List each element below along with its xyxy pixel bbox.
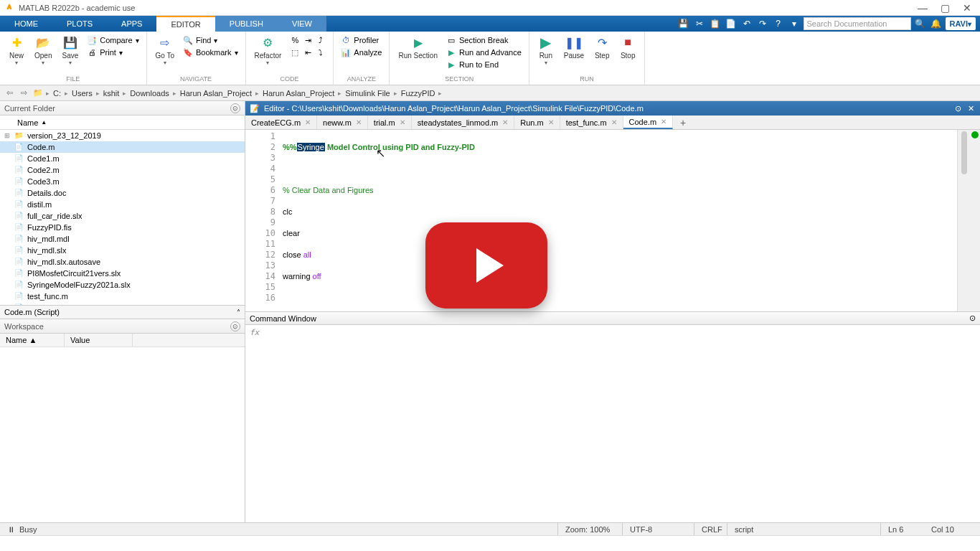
open-button[interactable]: 📂Open▾ xyxy=(30,33,56,67)
save-icon[interactable]: 💾 xyxy=(677,17,690,30)
file-row[interactable]: 📄hiv_mdl.mdl xyxy=(0,233,245,245)
tab-plots[interactable]: PLOTS xyxy=(52,16,107,32)
help-icon[interactable]: ? xyxy=(772,17,785,30)
back-button[interactable]: ⇦ xyxy=(3,87,16,100)
video-play-overlay[interactable] xyxy=(425,222,547,309)
goto-button[interactable]: ⇨Go To▾ xyxy=(151,33,179,67)
file-row[interactable]: 📄Code1.m xyxy=(0,153,245,164)
ws-name-col[interactable]: Name ▲ xyxy=(0,334,65,347)
undo-icon[interactable]: ↶ xyxy=(740,17,753,30)
section-break-button[interactable]: ▭Section Break xyxy=(443,34,524,46)
close-icon[interactable]: ✕ xyxy=(400,118,405,126)
breadcrumb-segment[interactable]: C: xyxy=(51,89,63,98)
file-row[interactable]: 📄Code2.m xyxy=(0,164,245,176)
file-row[interactable]: 📄PI8MosfetCircuit21vers.slx xyxy=(0,268,245,279)
breadcrumb-segment[interactable]: Downloads xyxy=(128,89,171,98)
file-row[interactable]: 📄FuzzyPID.fis xyxy=(0,222,245,233)
file-row[interactable]: 📄full_car_ride.slx xyxy=(0,210,245,222)
editor-tab-active[interactable]: Code.m✕ xyxy=(623,116,674,129)
breadcrumb-segment[interactable]: Harun Aslan_Project xyxy=(260,89,336,98)
print-button[interactable]: 🖨Print ▾ xyxy=(84,47,141,58)
file-row[interactable]: 📄test_func.m xyxy=(0,291,245,302)
editor-dock-button[interactable]: ⊙ xyxy=(953,103,963,113)
panel-menu-button[interactable]: ⊙ xyxy=(230,321,240,331)
editor-tab[interactable]: trial.m✕ xyxy=(368,116,412,129)
search-icon[interactable]: 🔍 xyxy=(914,17,927,30)
new-tab-button[interactable]: + xyxy=(673,116,693,129)
editor-tab[interactable]: Run.m✕ xyxy=(514,116,560,129)
save-button[interactable]: 💾Save▾ xyxy=(57,33,83,67)
panel-menu-button[interactable]: ⊙ xyxy=(230,103,240,113)
bell-icon[interactable]: 🔔 xyxy=(930,17,943,30)
editor-tab[interactable]: CreateECG.m✕ xyxy=(245,116,317,129)
editor-tabs: CreateECG.m✕ neww.m✕ trial.m✕ steadystat… xyxy=(245,116,980,130)
bookmark-button[interactable]: 🔖Bookmark ▾ xyxy=(180,47,241,58)
cut-icon[interactable]: ✂ xyxy=(693,17,706,30)
tab-view[interactable]: VIEW xyxy=(278,16,326,32)
editor-tab[interactable]: steadystates_linmod.m✕ xyxy=(412,116,515,129)
breadcrumb-segment[interactable]: Simulink File xyxy=(343,89,392,98)
pause-button[interactable]: ❚❚Pause xyxy=(560,33,588,61)
tab-home[interactable]: HOME xyxy=(0,16,52,32)
profiler-button[interactable]: ⏱Profiler xyxy=(338,34,385,46)
tab-publish[interactable]: PUBLISH xyxy=(215,16,278,32)
workspace-header: Workspace ⊙ xyxy=(0,319,245,334)
find-button[interactable]: 🔍Find ▾ xyxy=(180,34,241,46)
panel-menu-button[interactable]: ⊙ xyxy=(969,314,976,323)
breadcrumb-segment[interactable]: Harun Aslan_Project xyxy=(178,89,254,98)
step-button[interactable]: ↷Step xyxy=(590,33,614,61)
editor-tab[interactable]: test_func.m✕ xyxy=(560,116,623,129)
close-icon[interactable]: ✕ xyxy=(305,118,311,126)
run-to-end-button[interactable]: ▶Run to End xyxy=(443,59,524,70)
redo-icon[interactable]: ↷ xyxy=(756,17,769,30)
close-icon[interactable]: ✕ xyxy=(548,118,554,126)
ribbon: ✚New▾ 📂Open▾ 💾Save▾ 📑Compare ▾ 🖨Print ▾ … xyxy=(0,32,980,85)
editor-tab[interactable]: neww.m✕ xyxy=(317,116,368,129)
dropdown-icon[interactable]: ▾ xyxy=(788,17,801,30)
file-row[interactable]: 📄Code3.m xyxy=(0,176,245,187)
file-row[interactable]: 📄distil.m xyxy=(0,199,245,210)
file-name-column[interactable]: Name▲ xyxy=(0,116,245,130)
code-icon2[interactable]: ⬚⇤⤵ xyxy=(287,47,329,58)
close-button[interactable]: ✕ xyxy=(963,2,971,14)
editor-scrollbar[interactable] xyxy=(957,130,970,311)
refactor-button[interactable]: ⚙Refactor▾ xyxy=(250,33,286,67)
tab-editor[interactable]: EDITOR xyxy=(156,16,215,32)
file-row[interactable]: 📄Code.m xyxy=(0,141,245,153)
folder-row[interactable]: ⊞📁version_23_12_2019 xyxy=(0,130,245,141)
close-icon[interactable]: ✕ xyxy=(356,118,362,126)
search-documentation-input[interactable]: Search Documentation xyxy=(804,17,911,30)
file-row[interactable]: 📄Details.doc xyxy=(0,187,245,199)
minimize-button[interactable]: — xyxy=(918,2,928,14)
close-icon[interactable]: ✕ xyxy=(661,118,666,126)
copy-icon[interactable]: 📋 xyxy=(709,17,722,30)
run-button[interactable]: ▶Run▾ xyxy=(534,33,558,67)
status-zoom[interactable]: Zoom: 100% xyxy=(558,523,623,535)
forward-button[interactable]: ⇨ xyxy=(17,87,30,100)
file-row[interactable]: 📄hiv_mdl.slx xyxy=(0,245,245,256)
close-icon[interactable]: ✕ xyxy=(611,118,617,126)
editor-body[interactable]: 12345678910111213141516 %%Syringe Model … xyxy=(245,130,980,311)
paste-icon[interactable]: 📄 xyxy=(725,17,738,30)
code-details-header[interactable]: Code.m (Script)˄ xyxy=(0,305,245,319)
close-icon[interactable]: ✕ xyxy=(502,118,508,126)
breadcrumb-segment[interactable]: kshit xyxy=(101,89,122,98)
file-row[interactable]: 📄SyringeModelFuzzy2021a.slx xyxy=(0,279,245,291)
breadcrumb-segment[interactable]: Users xyxy=(70,89,95,98)
editor-close-button[interactable]: ✕ xyxy=(966,103,976,113)
user-badge[interactable]: RAVI ▾ xyxy=(946,17,976,30)
maximize-button[interactable]: ▢ xyxy=(941,2,950,14)
stop-button[interactable]: ■Stop xyxy=(616,33,640,61)
file-row[interactable]: 📄hiv_mdl.slx.autosave xyxy=(0,256,245,268)
analyze-button[interactable]: 📊Analyze xyxy=(338,47,385,58)
code-icon1[interactable]: %⇥⤴ xyxy=(287,34,329,46)
run-advance-button[interactable]: ▶Run and Advance xyxy=(443,47,524,58)
breadcrumb-segment[interactable]: FuzzyPID xyxy=(399,89,438,98)
up-folder-button[interactable]: 📁 xyxy=(32,87,44,100)
run-section-button[interactable]: ▶Run Section xyxy=(394,33,441,61)
command-window-body[interactable]: fx xyxy=(245,325,980,522)
ws-value-col[interactable]: Value xyxy=(65,334,133,347)
compare-button[interactable]: 📑Compare ▾ xyxy=(84,34,141,46)
tab-apps[interactable]: APPS xyxy=(107,16,156,32)
new-button[interactable]: ✚New▾ xyxy=(4,33,29,67)
